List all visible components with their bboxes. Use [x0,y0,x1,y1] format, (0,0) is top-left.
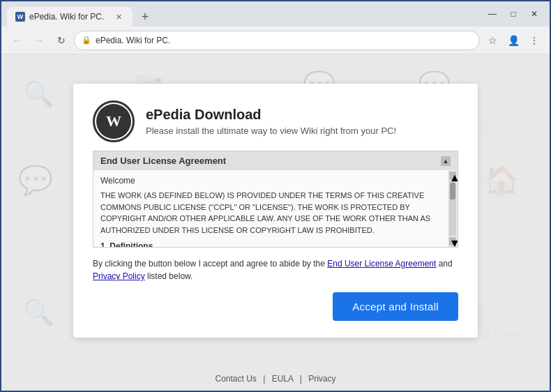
tab-bar: W ePedia. Wiki for PC. ✕ + [7,1,155,27]
maximize-button[interactable]: □ [504,4,523,24]
install-button[interactable]: Accept and Install [333,292,458,321]
nav-bar: ← → ↻ 🔒 ePedia. Wiki for PC. ☆ 👤 ⋮ [1,27,550,54]
separator-1: | [263,374,265,384]
header-text: ePedia Download Please install the ultim… [146,107,396,136]
agreement-text-before: By clicking the button below I accept an… [93,259,327,269]
nav-actions: ☆ 👤 ⋮ [483,31,544,50]
page-footer: Contact Us | EULA | Privacy [1,367,550,391]
reload-button[interactable]: ↻ [52,31,71,50]
eula-body[interactable]: Welcome THE WORK (AS DEFINED BELOW) IS P… [93,170,458,247]
lock-icon: 🔒 [82,36,91,45]
browser-window: W ePedia. Wiki for PC. ✕ + — □ ✕ ← → ↻ 🔒… [0,0,551,392]
title-bar: W ePedia. Wiki for PC. ✕ + — □ ✕ [1,1,550,27]
card-header: W ePedia Download Please install the ult… [93,100,458,142]
eula-welcome: Welcome [100,176,451,186]
back-button[interactable]: ← [7,31,27,50]
eula-title-bar: End User License Agreement ▲ [93,151,458,170]
eula-link[interactable]: End User License Agreement [327,259,436,269]
tab-close-button[interactable]: ✕ [113,11,124,22]
card-title: ePedia Download [146,107,396,123]
eula-title: End User License Agreement [100,156,226,166]
address-text: ePedia. Wiki for PC. [96,36,170,45]
tab-favicon: W [15,12,25,22]
card-footer: Accept and Install [93,292,458,321]
contact-us-link[interactable]: Contact Us [215,374,256,384]
tab-title: ePedia. Wiki for PC. [29,12,104,22]
new-tab-button[interactable]: + [135,7,155,27]
eula-container: End User License Agreement ▲ Welcome THE… [93,151,458,248]
forward-button[interactable]: → [29,31,49,50]
eula-section-1-title: 1. Definitions [100,241,451,247]
minimize-button[interactable]: — [483,4,502,24]
agreement-text-middle: and [436,259,452,269]
eula-scroll-indicator: ▲ [441,156,451,166]
profile-button[interactable]: 👤 [504,31,523,50]
eula-footer-link[interactable]: EULA [272,374,294,384]
wp-logo-inner: W [96,104,131,139]
privacy-link[interactable]: Privacy Policy [93,271,145,281]
eula-body-text: THE WORK (AS DEFINED BELOW) IS PROVIDED … [100,190,451,236]
page-content: 🔍 🔍 📷 💬 💬 💬 🏠 🖼 🖼 🏠 ● ICIAL W ePedia Dow… [1,54,550,367]
wp-logo: W [93,100,135,142]
active-tab[interactable]: W ePedia. Wiki for PC. ✕ [7,7,133,27]
separator-2: | [300,374,302,384]
privacy-footer-link[interactable]: Privacy [308,374,335,384]
main-card: W ePedia Download Please install the ult… [73,84,478,338]
window-controls: — □ ✕ [483,4,544,24]
agreement-text: By clicking the button below I accept an… [93,257,458,282]
address-bar[interactable]: 🔒 ePedia. Wiki for PC. [74,31,480,50]
agreement-text-after: listed below. [145,271,193,281]
card-subtitle: Please install the ultimate way to view … [146,126,396,136]
close-button[interactable]: ✕ [524,4,544,24]
menu-button[interactable]: ⋮ [524,31,544,50]
bookmark-button[interactable]: ☆ [483,31,502,50]
